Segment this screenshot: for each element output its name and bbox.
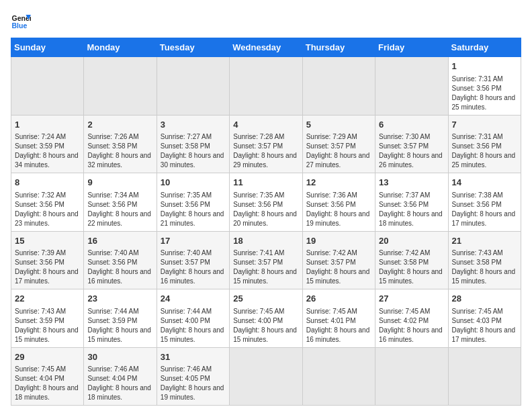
calendar-week-row: 15Sunrise: 7:39 AM Sunset: 3:56 PM Dayli… bbox=[11, 231, 521, 289]
day-info: Sunrise: 7:46 AM Sunset: 4:05 PM Dayligh… bbox=[161, 365, 226, 402]
calendar-table: SundayMondayTuesdayWednesdayThursdayFrid… bbox=[11, 38, 521, 406]
calendar-cell: 19Sunrise: 7:42 AM Sunset: 3:57 PM Dayli… bbox=[302, 231, 375, 289]
calendar-cell bbox=[157, 57, 229, 116]
day-number: 3 bbox=[161, 118, 226, 132]
column-header-thursday: Thursday bbox=[302, 38, 375, 57]
day-info: Sunrise: 7:42 AM Sunset: 3:58 PM Dayligh… bbox=[379, 248, 444, 286]
calendar-week-row: 1Sunrise: 7:24 AM Sunset: 3:59 PM Daylig… bbox=[11, 115, 521, 173]
day-info: Sunrise: 7:45 AM Sunset: 4:03 PM Dayligh… bbox=[452, 307, 517, 345]
day-number: 14 bbox=[452, 176, 517, 189]
day-number: 20 bbox=[379, 234, 444, 248]
calendar-cell bbox=[84, 57, 157, 116]
calendar-cell: 5Sunrise: 7:29 AM Sunset: 3:57 PM Daylig… bbox=[302, 115, 375, 173]
calendar-cell: 25Sunrise: 7:45 AM Sunset: 4:00 PM Dayli… bbox=[230, 289, 302, 348]
day-info: Sunrise: 7:39 AM Sunset: 3:56 PM Dayligh… bbox=[15, 248, 80, 286]
day-number: 2 bbox=[87, 118, 152, 132]
calendar-cell: 7Sunrise: 7:31 AM Sunset: 3:56 PM Daylig… bbox=[448, 115, 521, 173]
day-info: Sunrise: 7:42 AM Sunset: 3:57 PM Dayligh… bbox=[306, 248, 371, 286]
calendar-cell: 28Sunrise: 7:45 AM Sunset: 4:03 PM Dayli… bbox=[448, 289, 521, 348]
calendar-cell bbox=[302, 347, 375, 406]
day-info: Sunrise: 7:35 AM Sunset: 3:56 PM Dayligh… bbox=[233, 191, 298, 228]
day-info: Sunrise: 7:41 AM Sunset: 3:57 PM Dayligh… bbox=[233, 248, 298, 286]
calendar-cell: 6Sunrise: 7:30 AM Sunset: 3:57 PM Daylig… bbox=[375, 115, 448, 173]
calendar-cell: 1Sunrise: 7:31 AM Sunset: 3:56 PM Daylig… bbox=[448, 57, 521, 116]
day-info: Sunrise: 7:24 AM Sunset: 3:59 PM Dayligh… bbox=[15, 132, 80, 170]
calendar-header-row: SundayMondayTuesdayWednesdayThursdayFrid… bbox=[11, 38, 521, 57]
calendar-cell: 11Sunrise: 7:35 AM Sunset: 3:56 PM Dayli… bbox=[230, 173, 302, 232]
day-number: 26 bbox=[306, 292, 371, 306]
calendar-cell: 21Sunrise: 7:43 AM Sunset: 3:58 PM Dayli… bbox=[448, 231, 521, 289]
calendar-cell: 3Sunrise: 7:27 AM Sunset: 3:58 PM Daylig… bbox=[157, 115, 229, 173]
day-info: Sunrise: 7:32 AM Sunset: 3:56 PM Dayligh… bbox=[15, 191, 80, 228]
calendar-cell: 31Sunrise: 7:46 AM Sunset: 4:05 PM Dayli… bbox=[157, 347, 229, 406]
calendar-cell: 30Sunrise: 7:46 AM Sunset: 4:04 PM Dayli… bbox=[84, 347, 157, 406]
calendar-cell: 12Sunrise: 7:36 AM Sunset: 3:56 PM Dayli… bbox=[302, 173, 375, 232]
day-number: 16 bbox=[87, 234, 152, 248]
day-number: 1 bbox=[452, 60, 517, 73]
calendar-cell: 10Sunrise: 7:35 AM Sunset: 3:56 PM Dayli… bbox=[157, 173, 229, 232]
calendar-cell bbox=[230, 57, 302, 116]
calendar-cell: 24Sunrise: 7:44 AM Sunset: 4:00 PM Dayli… bbox=[157, 289, 229, 348]
day-number: 22 bbox=[15, 292, 80, 306]
svg-text:Blue: Blue bbox=[12, 21, 28, 30]
day-info: Sunrise: 7:44 AM Sunset: 3:59 PM Dayligh… bbox=[87, 307, 152, 345]
calendar-body: 1Sunrise: 7:31 AM Sunset: 3:56 PM Daylig… bbox=[11, 57, 521, 406]
day-info: Sunrise: 7:30 AM Sunset: 3:57 PM Dayligh… bbox=[379, 132, 444, 170]
day-info: Sunrise: 7:26 AM Sunset: 3:58 PM Dayligh… bbox=[87, 132, 152, 170]
calendar-cell: 2Sunrise: 7:26 AM Sunset: 3:58 PM Daylig… bbox=[84, 115, 157, 173]
calendar-cell: 29Sunrise: 7:45 AM Sunset: 4:04 PM Dayli… bbox=[11, 347, 84, 406]
day-number: 7 bbox=[452, 118, 517, 132]
calendar-cell: 26Sunrise: 7:45 AM Sunset: 4:01 PM Dayli… bbox=[302, 289, 375, 348]
calendar-cell: 18Sunrise: 7:41 AM Sunset: 3:57 PM Dayli… bbox=[230, 231, 302, 289]
day-info: Sunrise: 7:36 AM Sunset: 3:56 PM Dayligh… bbox=[306, 191, 371, 228]
day-number: 10 bbox=[161, 176, 226, 189]
calendar-cell: 23Sunrise: 7:44 AM Sunset: 3:59 PM Dayli… bbox=[84, 289, 157, 348]
calendar-cell bbox=[230, 347, 302, 406]
day-number: 8 bbox=[15, 176, 80, 189]
day-info: Sunrise: 7:46 AM Sunset: 4:04 PM Dayligh… bbox=[87, 365, 152, 402]
column-header-sunday: Sunday bbox=[11, 38, 84, 57]
calendar-cell bbox=[448, 347, 521, 406]
day-number: 23 bbox=[87, 292, 152, 306]
day-info: Sunrise: 7:37 AM Sunset: 3:56 PM Dayligh… bbox=[379, 191, 444, 228]
day-info: Sunrise: 7:35 AM Sunset: 3:56 PM Dayligh… bbox=[161, 191, 226, 228]
calendar-cell bbox=[375, 347, 448, 406]
day-number: 6 bbox=[379, 118, 444, 132]
day-number: 13 bbox=[379, 176, 444, 189]
calendar-week-row: 29Sunrise: 7:45 AM Sunset: 4:04 PM Dayli… bbox=[11, 347, 521, 406]
calendar-cell: 14Sunrise: 7:38 AM Sunset: 3:56 PM Dayli… bbox=[448, 173, 521, 232]
day-info: Sunrise: 7:31 AM Sunset: 3:56 PM Dayligh… bbox=[452, 75, 517, 112]
day-number: 25 bbox=[233, 292, 298, 306]
calendar-week-row: 1Sunrise: 7:31 AM Sunset: 3:56 PM Daylig… bbox=[11, 57, 521, 116]
calendar-cell: 17Sunrise: 7:40 AM Sunset: 3:57 PM Dayli… bbox=[157, 231, 229, 289]
day-number: 29 bbox=[15, 351, 80, 364]
day-info: Sunrise: 7:34 AM Sunset: 3:56 PM Dayligh… bbox=[87, 191, 152, 228]
day-number: 15 bbox=[15, 234, 80, 248]
day-info: Sunrise: 7:40 AM Sunset: 3:56 PM Dayligh… bbox=[87, 248, 152, 286]
column-header-wednesday: Wednesday bbox=[230, 38, 302, 57]
day-number: 28 bbox=[452, 292, 517, 306]
calendar-cell: 20Sunrise: 7:42 AM Sunset: 3:58 PM Dayli… bbox=[375, 231, 448, 289]
day-number: 9 bbox=[87, 176, 152, 189]
day-number: 30 bbox=[87, 351, 152, 364]
calendar-cell: 15Sunrise: 7:39 AM Sunset: 3:56 PM Dayli… bbox=[11, 231, 84, 289]
day-info: Sunrise: 7:27 AM Sunset: 3:58 PM Dayligh… bbox=[161, 132, 226, 170]
calendar-cell bbox=[302, 57, 375, 116]
day-number: 11 bbox=[233, 176, 298, 189]
calendar-cell: 16Sunrise: 7:40 AM Sunset: 3:56 PM Dayli… bbox=[84, 231, 157, 289]
day-info: Sunrise: 7:28 AM Sunset: 3:57 PM Dayligh… bbox=[233, 132, 298, 170]
day-info: Sunrise: 7:45 AM Sunset: 4:02 PM Dayligh… bbox=[379, 307, 444, 345]
column-header-tuesday: Tuesday bbox=[157, 38, 229, 57]
day-info: Sunrise: 7:45 AM Sunset: 4:00 PM Dayligh… bbox=[233, 307, 298, 345]
day-number: 31 bbox=[161, 351, 226, 364]
calendar-cell bbox=[11, 57, 84, 116]
calendar-cell: 27Sunrise: 7:45 AM Sunset: 4:02 PM Dayli… bbox=[375, 289, 448, 348]
day-number: 18 bbox=[233, 234, 298, 248]
column-header-friday: Friday bbox=[375, 38, 448, 57]
day-number: 21 bbox=[452, 234, 517, 248]
day-number: 5 bbox=[306, 118, 371, 132]
day-info: Sunrise: 7:29 AM Sunset: 3:57 PM Dayligh… bbox=[306, 132, 371, 170]
calendar-cell: 8Sunrise: 7:32 AM Sunset: 3:56 PM Daylig… bbox=[11, 173, 84, 232]
day-number: 24 bbox=[161, 292, 226, 306]
calendar-week-row: 22Sunrise: 7:43 AM Sunset: 3:59 PM Dayli… bbox=[11, 289, 521, 348]
